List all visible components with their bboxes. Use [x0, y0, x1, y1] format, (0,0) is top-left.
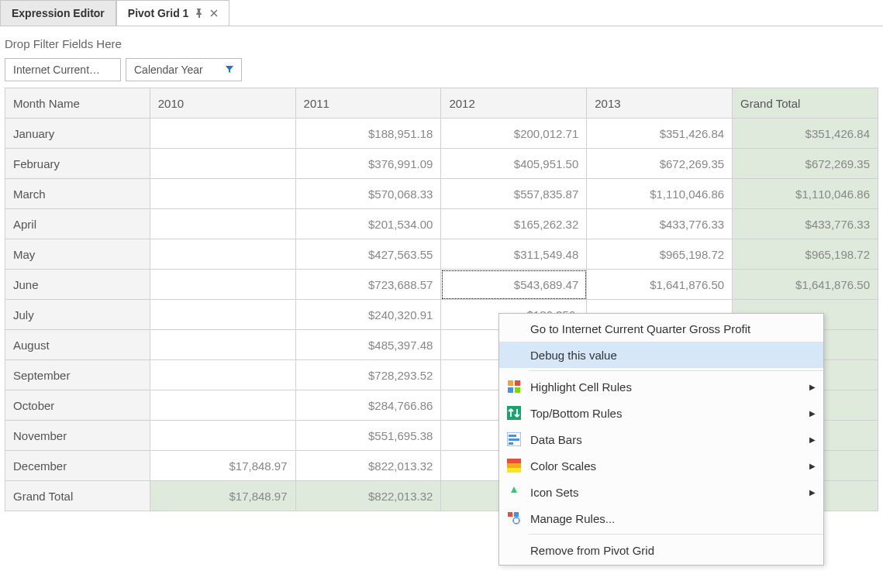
column-header[interactable]: 2010: [150, 88, 295, 119]
menu-icon-sets[interactable]: Icon Sets ▶: [499, 479, 823, 505]
chevron-right-icon: ▶: [809, 435, 816, 444]
data-cell[interactable]: [150, 300, 295, 330]
data-cell[interactable]: $351,426.84: [733, 119, 878, 149]
tab-pivot-grid[interactable]: Pivot Grid 1: [116, 0, 230, 26]
pin-icon[interactable]: [195, 9, 204, 18]
tab-expression-editor[interactable]: Expression Editor: [0, 0, 116, 26]
row-header[interactable]: October: [5, 390, 150, 421]
filter-drop-zone[interactable]: Drop Filter Fields Here: [5, 34, 878, 58]
menu-label: Remove from Pivot Grid: [530, 544, 654, 557]
data-cell[interactable]: $672,269.35: [587, 149, 733, 179]
row-field-header[interactable]: Month Name: [5, 88, 150, 119]
row-header[interactable]: August: [5, 330, 150, 360]
data-cell[interactable]: $351,426.84: [587, 119, 733, 149]
svg-rect-9: [507, 459, 521, 463]
data-cell[interactable]: [150, 209, 295, 239]
tab-label: Pivot Grid 1: [128, 7, 189, 19]
menu-label: Color Scales: [530, 459, 596, 473]
data-cell[interactable]: $1,641,876.50: [733, 270, 878, 300]
data-cell[interactable]: $17,848.97: [150, 451, 295, 481]
data-cell[interactable]: $822,013.32: [295, 451, 441, 481]
svg-rect-1: [515, 380, 520, 386]
data-cell[interactable]: $433,776.33: [587, 209, 733, 239]
svg-rect-0: [508, 380, 513, 386]
data-cell[interactable]: $1,110,046.86: [733, 179, 878, 209]
menu-topbottom-rules[interactable]: Top/Bottom Rules ▶: [499, 400, 823, 426]
data-cell[interactable]: [150, 421, 295, 451]
data-cell[interactable]: $965,198.72: [587, 239, 733, 270]
data-cell[interactable]: $240,320.91: [295, 300, 441, 330]
data-cell[interactable]: [150, 390, 295, 421]
close-icon[interactable]: [210, 9, 218, 17]
data-cell[interactable]: [150, 360, 295, 390]
menu-data-bars[interactable]: Data Bars ▶: [499, 426, 823, 452]
menu-highlight-rules[interactable]: Highlight Cell Rules ▶: [499, 373, 823, 400]
menu-color-scales[interactable]: Color Scales ▶: [499, 452, 823, 479]
row-header[interactable]: June: [5, 270, 150, 300]
row-header[interactable]: November: [5, 421, 150, 451]
row-header[interactable]: January: [5, 119, 150, 149]
data-cell[interactable]: $728,293.52: [295, 360, 441, 390]
column-header-row: Month Name 2010 2011 2012 2013 Grand Tot…: [5, 88, 878, 119]
data-cell[interactable]: $822,013.32: [295, 481, 441, 511]
data-cell[interactable]: [150, 119, 295, 149]
data-cell[interactable]: $427,563.55: [295, 239, 441, 270]
svg-rect-4: [507, 406, 521, 420]
filter-icon[interactable]: [226, 66, 233, 74]
data-bars-icon: [505, 432, 523, 446]
menu-label: Debug this value: [530, 349, 617, 362]
row-header[interactable]: March: [5, 179, 150, 209]
data-cell[interactable]: $1,110,046.86: [587, 179, 733, 209]
data-cell[interactable]: [150, 149, 295, 179]
data-cell[interactable]: [150, 330, 295, 360]
row-header[interactable]: February: [5, 149, 150, 179]
data-cell[interactable]: [150, 179, 295, 209]
row-header[interactable]: July: [5, 300, 150, 330]
data-cell[interactable]: $433,776.33: [733, 209, 878, 239]
data-cell[interactable]: $557,835.87: [441, 179, 587, 209]
row-header[interactable]: September: [5, 360, 150, 390]
tab-bar: Expression Editor Pivot Grid 1: [0, 0, 883, 26]
column-header[interactable]: 2011: [295, 88, 441, 119]
row-header[interactable]: April: [5, 209, 150, 239]
data-cell[interactable]: $165,262.32: [441, 209, 587, 239]
table-row: March$570,068.33$557,835.87$1,110,046.86…: [5, 179, 878, 209]
menu-goto-measure[interactable]: Go to Internet Current Quarter Gross Pro…: [499, 315, 823, 342]
data-cell[interactable]: $201,534.00: [295, 209, 441, 239]
data-cell[interactable]: $405,951.50: [441, 149, 587, 179]
svg-rect-13: [508, 512, 512, 517]
menu-label: Top/Bottom Rules: [530, 407, 622, 420]
data-cell[interactable]: $543,689.47: [441, 270, 587, 300]
menu-remove-from-grid[interactable]: Remove from Pivot Grid: [499, 537, 823, 563]
data-cell[interactable]: $188,951.18: [295, 119, 441, 149]
data-cell[interactable]: $376,991.09: [295, 149, 441, 179]
row-header[interactable]: May: [5, 239, 150, 270]
data-field-selector[interactable]: Internet Current…: [5, 58, 121, 81]
data-cell[interactable]: $723,688.57: [295, 270, 441, 300]
row-header[interactable]: December: [5, 451, 150, 481]
svg-rect-2: [508, 387, 513, 393]
svg-rect-10: [507, 463, 521, 468]
data-cell[interactable]: $570,068.33: [295, 179, 441, 209]
color-scales-icon: [505, 459, 523, 473]
menu-debug-value[interactable]: Debug this value: [499, 342, 823, 368]
grand-total-column-header[interactable]: Grand Total: [733, 88, 878, 119]
data-cell[interactable]: $672,269.35: [733, 149, 878, 179]
data-cell[interactable]: $1,641,876.50: [587, 270, 733, 300]
data-cell[interactable]: [150, 270, 295, 300]
column-field-selector[interactable]: Calendar Year: [126, 58, 242, 81]
svg-rect-6: [509, 435, 516, 437]
data-cell[interactable]: $17,848.97: [150, 481, 295, 511]
column-header[interactable]: 2013: [587, 88, 733, 119]
data-cell[interactable]: $551,695.38: [295, 421, 441, 451]
data-cell[interactable]: [150, 239, 295, 270]
data-cell[interactable]: $284,766.86: [295, 390, 441, 421]
data-cell[interactable]: $485,397.48: [295, 330, 441, 360]
row-header[interactable]: Grand Total: [5, 481, 150, 511]
tab-label: Expression Editor: [12, 7, 105, 19]
column-header[interactable]: 2012: [441, 88, 587, 119]
menu-manage-rules[interactable]: Manage Rules...: [499, 505, 823, 531]
data-cell[interactable]: $965,198.72: [733, 239, 878, 270]
data-cell[interactable]: $200,012.71: [441, 119, 587, 149]
data-cell[interactable]: $311,549.48: [441, 239, 587, 270]
